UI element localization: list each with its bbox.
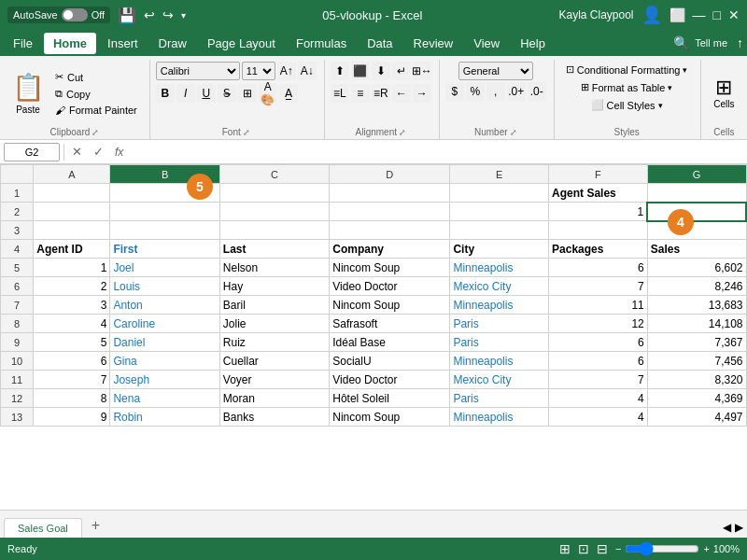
cell-a13[interactable]: 9 (34, 408, 110, 427)
cell-b1[interactable] (110, 184, 219, 203)
row-header-4[interactable]: 4 (1, 240, 34, 259)
row-header-13[interactable]: 13 (1, 408, 34, 427)
cell-b8[interactable]: Caroline (110, 315, 219, 333)
align-bottom-button[interactable]: ⬇ (372, 62, 390, 80)
cell-c8[interactable]: Jolie (219, 315, 329, 333)
cell-d5[interactable]: Nincom Soup (330, 259, 450, 277)
bold-button[interactable]: B (156, 84, 175, 103)
italic-button[interactable]: I (176, 84, 195, 103)
increase-font-button[interactable]: A↑ (277, 62, 296, 80)
cell-g9[interactable]: 7,367 (647, 333, 746, 352)
cell-c10[interactable]: Cuellar (219, 352, 329, 371)
zoom-out-button[interactable]: − (615, 543, 621, 554)
cell-d1[interactable] (330, 184, 450, 203)
cell-e6[interactable]: Mexico City (450, 277, 549, 296)
cell-f8[interactable]: 12 (549, 315, 648, 333)
redo-icon[interactable]: ↪ (162, 7, 174, 22)
cell-b12[interactable]: Nena (110, 389, 219, 408)
cell-g3[interactable] (647, 221, 746, 240)
cell-f7[interactable]: 11 (549, 296, 648, 315)
cell-b9[interactable]: Daniel (110, 333, 219, 352)
cell-g13[interactable]: 4,497 (647, 408, 746, 427)
row-header-7[interactable]: 7 (1, 296, 34, 315)
indent-decrease-button[interactable]: ← (392, 84, 411, 103)
row-header-3[interactable]: 3 (1, 221, 34, 240)
row-header-5[interactable]: 5 (1, 259, 34, 277)
cut-button[interactable]: ✂Cut (50, 69, 142, 85)
menu-data[interactable]: Data (358, 33, 402, 54)
zoom-in-button[interactable]: + (703, 543, 709, 554)
cell-f6[interactable]: 7 (549, 277, 648, 296)
col-header-g[interactable]: G (647, 165, 746, 184)
cell-c9[interactable]: Ruiz (219, 333, 329, 352)
cell-c13[interactable]: Banks (219, 408, 329, 427)
row-header-10[interactable]: 10 (1, 352, 34, 371)
scroll-left-icon[interactable]: ◀ (723, 521, 731, 534)
cell-d6[interactable]: Video Doctor (330, 277, 450, 296)
cell-f2[interactable]: 1 (549, 203, 648, 221)
cell-b13[interactable]: Robin (110, 408, 219, 427)
border-button[interactable]: ⊞ (238, 84, 257, 103)
menu-file[interactable]: File (4, 33, 42, 54)
strikethrough-button[interactable]: S̶ (218, 84, 236, 103)
align-left-button[interactable]: ≡L (331, 84, 349, 103)
tell-me-input[interactable]: Tell me (695, 37, 727, 49)
cell-f13[interactable]: 4 (549, 408, 648, 427)
cell-e8[interactable]: Paris (450, 315, 549, 333)
cell-d13[interactable]: Nincom Soup (330, 408, 450, 427)
cell-d10[interactable]: SocialU (330, 352, 450, 371)
menu-review[interactable]: Review (404, 33, 463, 54)
cell-d8[interactable]: Safrasoft (330, 315, 450, 333)
cell-g4[interactable]: Sales (647, 240, 746, 259)
row-header-12[interactable]: 12 (1, 389, 34, 408)
cell-f5[interactable]: 6 (549, 259, 648, 277)
cell-reference-input[interactable] (4, 143, 60, 161)
decrease-font-button[interactable]: A↓ (298, 62, 317, 80)
indent-increase-button[interactable]: → (413, 84, 431, 103)
comma-button[interactable]: , (486, 82, 505, 101)
menu-draw[interactable]: Draw (149, 33, 196, 54)
row-header-2[interactable]: 2 (1, 203, 34, 221)
page-break-view-icon[interactable]: ⊟ (597, 541, 608, 556)
cell-a9[interactable]: 5 (34, 333, 110, 352)
cell-f10[interactable]: 6 (549, 352, 648, 371)
cell-e2[interactable] (450, 203, 549, 221)
conditional-formatting-button[interactable]: ⊡ Conditional Formatting ▾ (560, 62, 694, 77)
cell-c2[interactable] (219, 203, 329, 221)
copy-button[interactable]: ⧉Copy (50, 86, 142, 102)
cell-g1[interactable] (647, 184, 746, 203)
menu-help[interactable]: Help (511, 33, 555, 54)
cell-g8[interactable]: 14,108 (647, 315, 746, 333)
cell-d4[interactable]: Company (330, 240, 450, 259)
cell-a6[interactable]: 2 (34, 277, 110, 296)
search-icon[interactable]: 🔍 (673, 35, 689, 50)
cell-styles-button[interactable]: ⬜ Cell Styles ▾ (585, 97, 669, 113)
profile-icon[interactable]: 👤 (641, 5, 662, 25)
cell-g2[interactable] (647, 203, 746, 221)
cell-c12[interactable]: Moran (219, 389, 329, 408)
format-painter-button[interactable]: 🖌Format Painter (50, 103, 142, 118)
menu-page-layout[interactable]: Page Layout (198, 33, 285, 54)
cell-b7[interactable]: Anton (110, 296, 219, 315)
cell-e12[interactable]: Paris (450, 389, 549, 408)
merge-button[interactable]: ⊞↔ (413, 62, 431, 80)
clipboard-expand-icon[interactable]: ⤢ (92, 128, 99, 137)
row-header-11[interactable]: 11 (1, 371, 34, 389)
cell-e7[interactable]: Minneapolis (450, 296, 549, 315)
cell-g7[interactable]: 13,683 (647, 296, 746, 315)
cell-d7[interactable]: Nincom Soup (330, 296, 450, 315)
cell-a4[interactable]: Agent ID (34, 240, 110, 259)
save-icon[interactable]: 💾 (118, 7, 136, 24)
paste-button[interactable]: 📋 Paste (7, 65, 49, 121)
cell-a10[interactable]: 6 (34, 352, 110, 371)
cell-e5[interactable]: Minneapolis (450, 259, 549, 277)
col-header-a[interactable]: A (34, 165, 110, 184)
cell-b11[interactable]: Joseph (110, 371, 219, 389)
cells-button[interactable]: ⊞ Cells (707, 65, 740, 121)
cell-a2[interactable] (34, 203, 110, 221)
cell-c11[interactable]: Voyer (219, 371, 329, 389)
cell-f11[interactable]: 7 (549, 371, 648, 389)
align-center-button[interactable]: ≡ (351, 84, 370, 103)
cell-a12[interactable]: 8 (34, 389, 110, 408)
row-header-1[interactable]: 1 (1, 184, 34, 203)
